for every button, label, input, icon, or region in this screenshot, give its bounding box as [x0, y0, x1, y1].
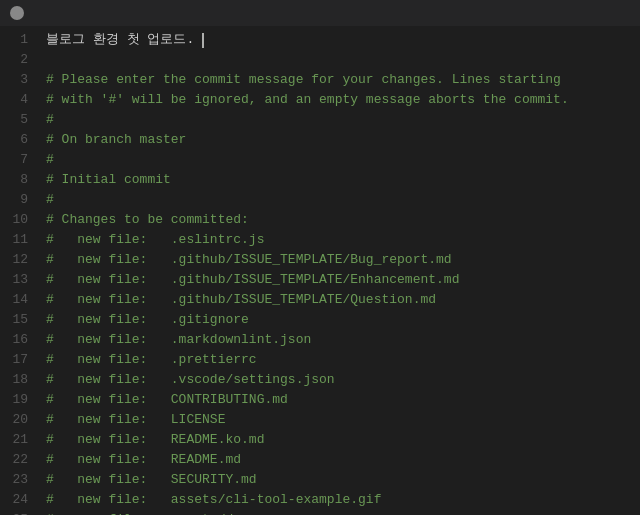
code-line-21: # new file: README.ko.md — [46, 430, 640, 450]
title-bar — [0, 0, 640, 26]
line-number-15: 15 — [0, 310, 28, 330]
line-number-13: 13 — [0, 270, 28, 290]
line-number-18: 18 — [0, 370, 28, 390]
text-cursor — [202, 33, 204, 48]
code-line-24: # new file: assets/cli-tool-example.gif — [46, 490, 640, 510]
code-line-6: # On branch master — [46, 130, 640, 150]
line-number-2: 2 — [0, 50, 28, 70]
line-number-8: 8 — [0, 170, 28, 190]
code-content[interactable]: 블로그 환경 첫 업로드. # Please enter the commit … — [38, 26, 640, 515]
code-line-12: # new file: .github/ISSUE_TEMPLATE/Bug_r… — [46, 250, 640, 270]
line-number-4: 4 — [0, 90, 28, 110]
code-line-16: # new file: .markdownlint.json — [46, 330, 640, 350]
line-number-9: 9 — [0, 190, 28, 210]
line-number-5: 5 — [0, 110, 28, 130]
line-number-24: 24 — [0, 490, 28, 510]
line-number-19: 19 — [0, 390, 28, 410]
file-icon — [10, 6, 24, 20]
line-number-16: 16 — [0, 330, 28, 350]
code-line-7: # — [46, 150, 640, 170]
code-line-19: # new file: CONTRIBUTING.md — [46, 390, 640, 410]
code-line-14: # new file: .github/ISSUE_TEMPLATE/Quest… — [46, 290, 640, 310]
code-line-20: # new file: LICENSE — [46, 410, 640, 430]
code-line-13: # new file: .github/ISSUE_TEMPLATE/Enhan… — [46, 270, 640, 290]
line-number-6: 6 — [0, 130, 28, 150]
line-number-17: 17 — [0, 350, 28, 370]
code-line-17: # new file: .prettierrc — [46, 350, 640, 370]
line-number-10: 10 — [0, 210, 28, 230]
code-line-10: # Changes to be committed: — [46, 210, 640, 230]
code-line-5: # — [46, 110, 640, 130]
line-number-12: 12 — [0, 250, 28, 270]
code-line-22: # new file: README.md — [46, 450, 640, 470]
code-line-9: # — [46, 190, 640, 210]
line-number-11: 11 — [0, 230, 28, 250]
code-line-3: # Please enter the commit message for yo… — [46, 70, 640, 90]
line-number-3: 3 — [0, 70, 28, 90]
code-line-23: # new file: SECURITY.md — [46, 470, 640, 490]
code-line-25: # new file: assets/demos.png — [46, 510, 640, 515]
line-number-22: 22 — [0, 450, 28, 470]
code-line-1: 블로그 환경 첫 업로드. — [46, 30, 640, 50]
code-line-11: # new file: .eslintrc.js — [46, 230, 640, 250]
svg-point-0 — [13, 9, 21, 17]
code-line-18: # new file: .vscode/settings.json — [46, 370, 640, 390]
line-number-14: 14 — [0, 290, 28, 310]
line-number-21: 21 — [0, 430, 28, 450]
line-number-23: 23 — [0, 470, 28, 490]
line-number-1: 1 — [0, 30, 28, 50]
line-number-25: 25 — [0, 510, 28, 515]
code-line-8: # Initial commit — [46, 170, 640, 190]
code-line-4: # with '#' will be ignored, and an empty… — [46, 90, 640, 110]
code-line-15: # new file: .gitignore — [46, 310, 640, 330]
line-numbers: 1234567891011121314151617181920212223242… — [0, 26, 38, 515]
line-number-7: 7 — [0, 150, 28, 170]
line-number-20: 20 — [0, 410, 28, 430]
editor[interactable]: 1234567891011121314151617181920212223242… — [0, 26, 640, 515]
code-line-2 — [46, 50, 640, 70]
